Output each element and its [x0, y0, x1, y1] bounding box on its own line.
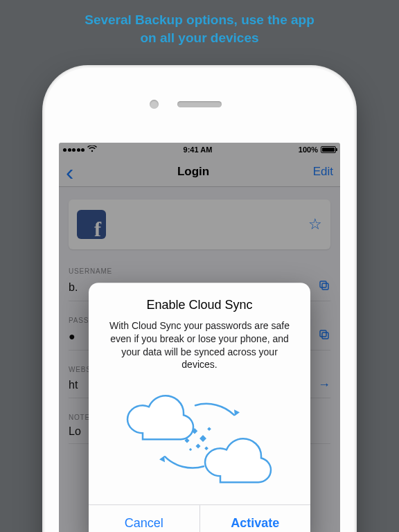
- promo-header: Several Backup options, use the app on a…: [0, 0, 399, 53]
- cloud-sync-illustration-icon: [103, 384, 296, 488]
- svg-rect-10: [189, 448, 192, 451]
- modal-title: Enable Cloud Sync: [103, 298, 296, 312]
- camera-dot: [150, 100, 159, 109]
- promo-line2: on all your devices: [140, 30, 258, 45]
- cancel-button[interactable]: Cancel: [89, 506, 200, 532]
- svg-rect-5: [200, 435, 206, 442]
- promo-line1: Several Backup options, use the app: [85, 12, 314, 27]
- svg-rect-8: [195, 444, 200, 449]
- device-screen: 9:41 AM 100% ‹ Login Edit ☆ USERNAME b.: [59, 143, 340, 532]
- svg-rect-7: [207, 427, 211, 432]
- speaker-slot: [177, 101, 222, 107]
- svg-rect-9: [204, 447, 209, 451]
- modal-body-text: With Cloud Sync your passwords are safe …: [103, 319, 296, 372]
- cloud-sync-modal: Enable Cloud Sync With Cloud Sync your p…: [89, 283, 310, 532]
- activate-button[interactable]: Activate: [200, 506, 311, 532]
- phone-frame: 9:41 AM 100% ‹ Login Edit ☆ USERNAME b.: [44, 66, 355, 532]
